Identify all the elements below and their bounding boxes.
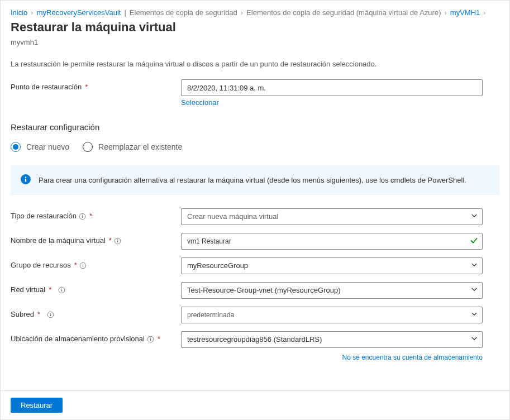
info-icon[interactable]: [114, 236, 121, 245]
page-subtitle: myvmh1: [11, 38, 499, 46]
required-asterisk: *: [85, 83, 88, 91]
info-icon[interactable]: [58, 285, 65, 294]
restore-type-select[interactable]: Crear nueva máquina virtual: [181, 208, 483, 225]
breadcrumb-sep1: |: [124, 8, 126, 17]
radio-replace-existing-label: Reemplazar el existente: [98, 142, 182, 151]
required-asterisk: *: [49, 285, 51, 294]
vm-name-input[interactable]: [181, 233, 483, 250]
row-virtual-network: Red virtual * Test-Resource-Group-vnet (…: [11, 282, 499, 299]
restore-config-radios: Crear nuevo Reemplazar el existente: [11, 142, 499, 152]
staging-location-select[interactable]: testresourcegroupdiag856 (StandardLRS): [181, 331, 483, 348]
row-restore-type: Tipo de restauración * Crear nueva máqui…: [11, 208, 499, 225]
info-banner-text: Para crear una configuración alternativa…: [39, 176, 466, 184]
required-asterisk: *: [37, 310, 40, 318]
row-staging-location: Ubicación de almacenamiento provisional …: [11, 331, 499, 348]
svg-rect-10: [83, 265, 83, 267]
breadcrumb: Inicio › myRecoveryServicesVault | Eleme…: [11, 8, 499, 17]
row-resource-group: Grupo de recursos * myResourceGroup: [11, 257, 499, 274]
restore-button[interactable]: Restaurar: [11, 398, 63, 413]
breadcrumb-backup-items-azure[interactable]: Elementos de copia de seguridad (máquina…: [246, 8, 441, 17]
radio-replace-existing[interactable]: Reemplazar el existente: [83, 142, 182, 152]
required-asterisk: *: [74, 261, 77, 269]
info-icon[interactable]: [79, 212, 86, 220]
svg-rect-14: [61, 289, 62, 289]
info-icon[interactable]: [47, 310, 54, 318]
page-title: Restaurar la máquina virtual: [11, 20, 499, 35]
chevron-right-icon: ›: [31, 8, 33, 17]
vm-name-label: Nombre de la máquina virtual: [11, 236, 106, 245]
info-banner: Para crear una configuración alternativa…: [11, 165, 499, 195]
virtual-network-select[interactable]: Test-Resource-Group-vnet (myResourceGrou…: [181, 282, 483, 299]
svg-rect-2: [25, 177, 26, 178]
subnet-select[interactable]: predeterminada: [181, 307, 483, 323]
storage-account-link[interactable]: No se encuentra su cuenta de almacenamie…: [342, 354, 483, 361]
row-subnet: Subred * predeterminada: [11, 307, 499, 323]
breadcrumb-vm[interactable]: myVMH1: [450, 8, 480, 17]
chevron-right-icon: ›: [241, 8, 243, 17]
breadcrumb-home[interactable]: Inicio: [11, 8, 27, 17]
restore-type-label: Tipo de restauración: [11, 212, 77, 220]
breadcrumb-vault[interactable]: myRecoveryServicesVault: [37, 8, 121, 17]
restore-point-label: Punto de restauración: [11, 83, 82, 91]
breadcrumb-backup-items[interactable]: Elementos de copia de seguridad: [130, 8, 237, 17]
virtual-network-label: Red virtual: [11, 285, 45, 294]
page-description: La restauración le permite restaurar la …: [11, 60, 499, 68]
required-asterisk: *: [89, 212, 92, 220]
svg-rect-20: [150, 338, 151, 338]
svg-rect-1: [25, 179, 26, 182]
subnet-label: Subred: [11, 310, 34, 318]
restore-point-input[interactable]: [181, 79, 483, 96]
required-asterisk: *: [109, 236, 112, 245]
svg-rect-11: [83, 264, 83, 265]
svg-rect-19: [150, 339, 151, 341]
required-asterisk: *: [158, 335, 160, 343]
restore-config-title: Restaurar configuración: [11, 122, 499, 132]
staging-location-label: Ubicación de almacenamiento provisional: [11, 335, 145, 343]
row-restore-point: Punto de restauración * Seleccionar: [11, 79, 499, 107]
radio-icon-unselected: [83, 142, 93, 152]
radio-create-new-label: Crear nuevo: [26, 142, 69, 151]
info-icon[interactable]: [147, 335, 154, 343]
chevron-right-icon: ›: [445, 8, 447, 17]
svg-rect-16: [50, 314, 51, 316]
svg-rect-5: [82, 215, 83, 216]
info-icon[interactable]: [79, 261, 87, 269]
svg-rect-8: [117, 240, 118, 240]
svg-rect-4: [82, 216, 83, 218]
row-vm-name: Nombre de la máquina virtual *: [11, 233, 499, 250]
radio-create-new[interactable]: Crear nuevo: [11, 142, 69, 152]
svg-rect-7: [117, 241, 118, 242]
svg-rect-17: [50, 313, 51, 314]
resource-group-label: Grupo de recursos: [11, 261, 71, 269]
info-icon: [21, 174, 31, 186]
svg-rect-13: [61, 290, 62, 292]
chevron-right-icon: ›: [483, 8, 485, 17]
select-restore-point-link[interactable]: Seleccionar: [181, 98, 219, 107]
radio-icon-selected: [11, 142, 21, 152]
resource-group-select[interactable]: myResourceGroup: [181, 257, 483, 274]
footer-bar: Restaurar: [1, 390, 509, 419]
